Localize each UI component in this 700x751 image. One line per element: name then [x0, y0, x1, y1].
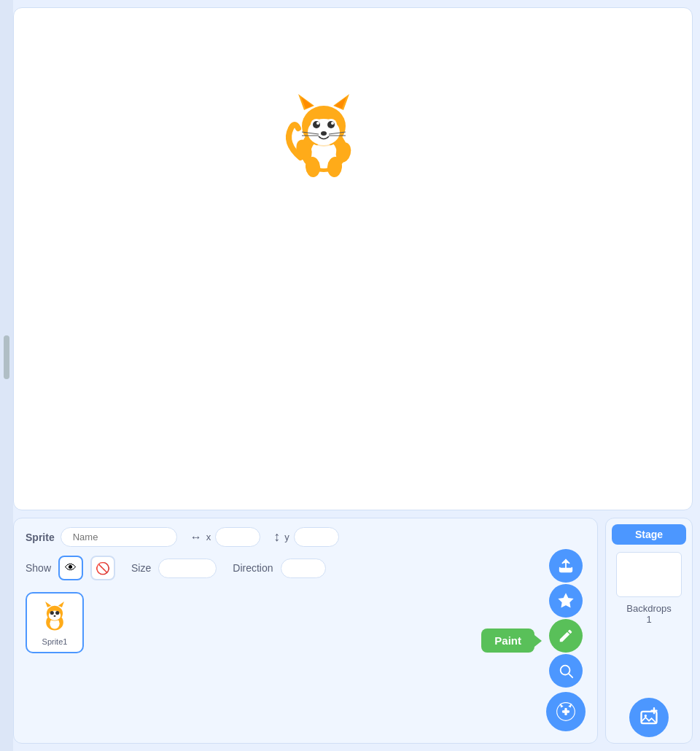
svg-rect-41: [562, 710, 569, 712]
sprite-row2: Show 👁 🚫 Size Direction: [26, 556, 586, 580]
paintbrush-icon: [558, 628, 574, 644]
svg-point-14: [321, 131, 327, 136]
stage-thumbnail[interactable]: [616, 552, 682, 597]
svg-marker-27: [45, 602, 51, 607]
bottom-panel: Sprite ↔ x ↕ y Show 👁: [13, 518, 693, 744]
direction-label: Direction: [233, 562, 273, 574]
x-coord-group: ↔ x: [190, 527, 261, 547]
floating-menu: Paint: [546, 549, 586, 731]
svg-point-10: [316, 122, 319, 125]
svg-line-36: [569, 674, 572, 677]
x-input[interactable]: [215, 527, 260, 547]
paint-label-button[interactable]: Paint: [481, 629, 534, 653]
sprite-item[interactable]: Sprite1: [26, 592, 84, 653]
sprites-panel: Sprite ↔ x ↕ y Show 👁: [13, 518, 598, 744]
paint-sprite-button[interactable]: [549, 619, 583, 653]
paint-tooltip: Paint: [481, 629, 542, 653]
svg-point-30: [50, 611, 54, 615]
add-backdrop-button[interactable]: [629, 698, 669, 737]
svg-point-43: [645, 715, 648, 717]
upload-icon: [558, 558, 574, 574]
svg-point-32: [54, 615, 56, 617]
search-icon: [558, 663, 574, 679]
x-label: x: [206, 532, 211, 542]
search-sprite-button[interactable]: [549, 654, 583, 688]
cat-plus-icon: [556, 701, 576, 722]
y-label: y: [284, 532, 289, 542]
size-label: Size: [131, 562, 151, 574]
scratch-cat-sprite: [276, 88, 371, 183]
y-coord-group: ↕ y: [273, 527, 339, 547]
add-sprite-main-button[interactable]: [546, 692, 586, 731]
x-arrow-icon: ↔: [190, 531, 202, 544]
stage-panel: Stage Backdrops 1: [605, 518, 693, 744]
direction-input[interactable]: [281, 559, 326, 578]
sprite-item-name: Sprite1: [42, 637, 68, 646]
sprite-thumbnail: [37, 599, 72, 634]
y-arrow-icon: ↕: [273, 529, 280, 545]
sprite-label: Sprite: [26, 532, 55, 543]
main-content: Sprite ↔ x ↕ y Show 👁: [13, 0, 700, 751]
show-visible-button[interactable]: 👁: [58, 556, 83, 580]
fab-menu: [546, 549, 586, 731]
stage-canvas: [13, 7, 693, 510]
scrollbar-thumb[interactable]: [4, 335, 9, 379]
svg-point-23: [315, 142, 332, 163]
show-hidden-button[interactable]: 🚫: [90, 556, 115, 580]
surprise-icon: [558, 593, 574, 609]
stage-tab: Stage: [612, 524, 686, 545]
surprise-sprite-button[interactable]: [549, 584, 583, 618]
add-backdrop-icon: [639, 707, 659, 728]
svg-point-12: [327, 121, 335, 128]
left-scrollbar: [0, 0, 13, 751]
sprite-header: Sprite ↔ x ↕ y: [26, 527, 586, 547]
svg-point-13: [331, 122, 334, 125]
eye-slash-icon: 🚫: [96, 561, 110, 575]
svg-point-9: [313, 121, 320, 128]
svg-point-31: [55, 611, 59, 615]
backdrops-count: 1: [646, 614, 651, 625]
backdrops-label: Backdrops: [626, 603, 671, 614]
sprite-name-input[interactable]: [61, 527, 177, 547]
svg-marker-28: [58, 602, 64, 607]
paint-arrow: [534, 635, 542, 647]
svg-marker-34: [559, 594, 572, 607]
y-input[interactable]: [294, 527, 339, 547]
eye-icon: 👁: [65, 561, 77, 575]
size-input[interactable]: [158, 559, 217, 578]
upload-sprite-button[interactable]: [549, 549, 583, 583]
show-label: Show: [26, 562, 51, 574]
